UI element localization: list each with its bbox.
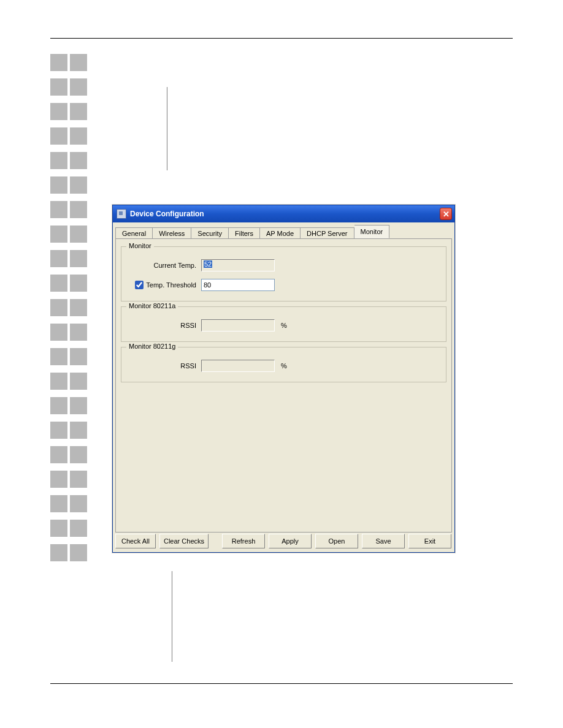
device-configuration-window: Device Configuration ✕ General Wireless … [112,205,455,553]
group-monitor-legend: Monitor [126,242,154,249]
clear-checks-button[interactable]: Clear Checks [159,534,209,548]
rssi-g-label: RSSI [128,362,201,370]
close-icon: ✕ [443,210,450,219]
temp-threshold-label: Temp. Threshold [146,281,196,289]
group-monitor-80211g-legend: Monitor 80211g [126,343,178,350]
decorative-squares [50,54,87,561]
rssi-a-label: RSSI [128,322,201,329]
tab-security[interactable]: Security [191,227,229,239]
exit-button[interactable]: Exit [408,534,451,548]
current-temp-value: 52 [204,260,212,268]
current-temp-field: 52 [201,259,275,271]
open-button[interactable]: Open [315,534,358,548]
group-monitor: Monitor Current Temp. 52 Temp. Threshold [121,246,446,301]
temp-threshold-checkbox[interactable] [135,281,144,289]
check-all-button[interactable]: Check All [115,534,156,548]
button-bar: Check All Clear Checks Refresh Apply Ope… [115,534,452,548]
page-top-rule [50,38,513,39]
refresh-button[interactable]: Refresh [222,534,265,548]
tab-general[interactable]: General [115,227,153,239]
tab-dhcp-server[interactable]: DHCP Server [301,227,354,239]
current-temp-label: Current Temp. [128,262,201,269]
tab-monitor[interactable]: Monitor [354,225,390,238]
window-icon [117,209,126,219]
tab-panel-monitor: Monitor Current Temp. 52 Temp. Threshold… [115,238,452,533]
page-bottom-rule [50,683,513,684]
rssi-g-field [201,360,275,372]
temp-threshold-input[interactable] [201,279,275,291]
tab-wireless[interactable]: Wireless [153,227,191,239]
divider-top [167,87,167,170]
tab-strip: General Wireless Security Filters AP Mod… [115,225,452,238]
divider-bottom [172,571,172,662]
save-button[interactable]: Save [362,534,405,548]
rssi-g-unit: % [281,362,287,370]
window-title: Device Configuration [130,210,440,218]
group-monitor-80211a: Monitor 80211a RSSI % [121,306,446,342]
rssi-a-field [201,319,275,332]
titlebar[interactable]: Device Configuration ✕ [113,205,454,222]
group-monitor-80211g: Monitor 80211g RSSI % [121,347,446,382]
tab-filters[interactable]: Filters [229,227,260,239]
close-button[interactable]: ✕ [440,208,452,220]
apply-button[interactable]: Apply [269,534,312,548]
tab-ap-mode[interactable]: AP Mode [260,227,301,239]
rssi-a-unit: % [281,322,287,329]
group-monitor-80211a-legend: Monitor 80211a [126,302,178,309]
